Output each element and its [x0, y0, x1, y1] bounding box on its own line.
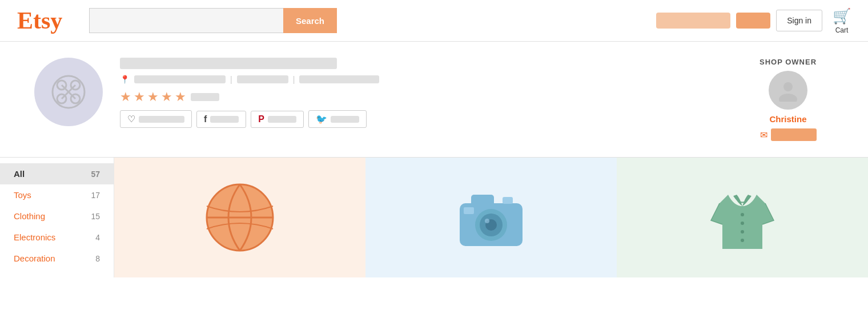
search-button[interactable]: Search — [283, 8, 337, 33]
star-5: ★ — [175, 90, 186, 104]
shop-info: 📍 | | ★ ★ ★ ★ ★ ♡ f P — [120, 58, 725, 128]
twitter-label — [331, 116, 359, 123]
product-card-shirt[interactable] — [617, 158, 868, 277]
svg-point-18 — [485, 219, 489, 223]
location-text — [134, 75, 226, 83]
cat-all-label: All — [14, 169, 25, 179]
shop-owner-panel: SHOP OWNER Christine ✉ — [742, 58, 834, 141]
logo: Etsy — [17, 7, 74, 34]
pinterest-icon: P — [258, 114, 264, 124]
shop-meta: 📍 | | — [120, 75, 725, 84]
cart-button[interactable]: 🛒 Cart — [833, 7, 851, 34]
search-input[interactable] — [89, 8, 283, 33]
svg-point-21 — [741, 222, 744, 225]
shirt-icon — [702, 178, 782, 257]
category-all[interactable]: All 57 — [0, 163, 114, 184]
svg-rect-13 — [471, 195, 494, 206]
cat-electronics-label: Electronics — [14, 232, 55, 242]
star-4: ★ — [161, 90, 172, 104]
shop-section: 📍 | | ★ ★ ★ ★ ★ ♡ f P — [0, 42, 868, 158]
cart-icon: 🛒 — [833, 7, 851, 25]
product-grid — [114, 158, 868, 277]
basketball-icon — [200, 178, 280, 257]
stars-row: ★ ★ ★ ★ ★ — [120, 90, 725, 104]
location-icon: 📍 — [120, 75, 130, 84]
star-2: ★ — [134, 90, 145, 104]
svg-point-7 — [783, 82, 793, 91]
cart-label: Cart — [835, 26, 849, 34]
category-sidebar: All 57 Toys 17 Clothing 15 Electronics 4… — [0, 158, 114, 277]
facebook-icon: f — [204, 114, 207, 124]
twitter-icon: 🐦 — [316, 114, 327, 124]
owner-action-button[interactable] — [771, 128, 817, 141]
message-icon: ✉ — [760, 130, 767, 140]
heart-icon: ♡ — [127, 114, 135, 124]
pinterest-button[interactable]: P — [251, 111, 304, 128]
owner-name: Christine — [769, 114, 806, 124]
star-3: ★ — [147, 90, 159, 104]
meta-info-2 — [299, 75, 379, 83]
category-decoration[interactable]: Decoration 8 — [0, 248, 114, 269]
category-toys[interactable]: Toys 17 — [0, 184, 114, 206]
owner-action-row: ✉ — [760, 128, 817, 141]
facebook-label — [210, 116, 239, 123]
cat-decoration-count: 8 — [95, 254, 100, 263]
catalog-section: All 57 Toys 17 Clothing 15 Electronics 4… — [0, 158, 868, 277]
nav-pill-2[interactable] — [736, 13, 770, 29]
category-clothing[interactable]: Clothing 15 — [0, 206, 114, 227]
svg-point-8 — [779, 94, 797, 102]
camera-icon — [451, 178, 531, 257]
pinterest-label — [268, 116, 296, 123]
social-row: ♡ f P 🐦 — [120, 110, 725, 128]
star-1: ★ — [120, 90, 131, 104]
cat-toys-count: 17 — [91, 191, 100, 200]
header: Etsy Search Sign in 🛒 Cart — [0, 0, 868, 42]
category-electronics[interactable]: Electronics 4 — [0, 227, 114, 248]
search-bar: Search — [89, 8, 337, 33]
svg-point-22 — [741, 230, 744, 234]
cat-toys-label: Toys — [14, 190, 31, 200]
meta-info-1 — [237, 75, 288, 83]
cat-decoration-label: Decoration — [14, 253, 55, 263]
twitter-button[interactable]: 🐦 — [308, 110, 367, 128]
star-count — [191, 93, 219, 101]
shop-avatar — [34, 58, 103, 126]
shop-logo-icon — [50, 74, 87, 110]
heart-button[interactable]: ♡ — [120, 110, 192, 128]
svg-point-20 — [741, 213, 744, 216]
header-nav: Sign in 🛒 Cart — [656, 7, 851, 34]
cat-clothing-label: Clothing — [14, 211, 45, 221]
svg-point-23 — [741, 239, 744, 242]
meta-sep-1: | — [230, 75, 232, 84]
owner-avatar-icon — [777, 79, 799, 102]
product-card-camera[interactable] — [365, 158, 617, 277]
shop-avatar-wrap — [34, 58, 103, 126]
cat-all-count: 57 — [91, 170, 100, 179]
svg-rect-19 — [464, 207, 474, 214]
cat-clothing-count: 15 — [91, 212, 100, 221]
owner-avatar — [769, 71, 807, 110]
cat-electronics-count: 4 — [95, 233, 100, 242]
meta-sep-2: | — [293, 75, 295, 84]
shop-owner-label: SHOP OWNER — [760, 58, 817, 66]
signin-button[interactable]: Sign in — [776, 10, 822, 31]
svg-rect-14 — [503, 197, 513, 204]
nav-pill-1[interactable] — [656, 13, 730, 29]
shop-name-bar — [120, 58, 337, 69]
product-card-basketball[interactable] — [114, 158, 365, 277]
facebook-button[interactable]: f — [196, 111, 246, 128]
heart-label — [139, 116, 184, 123]
